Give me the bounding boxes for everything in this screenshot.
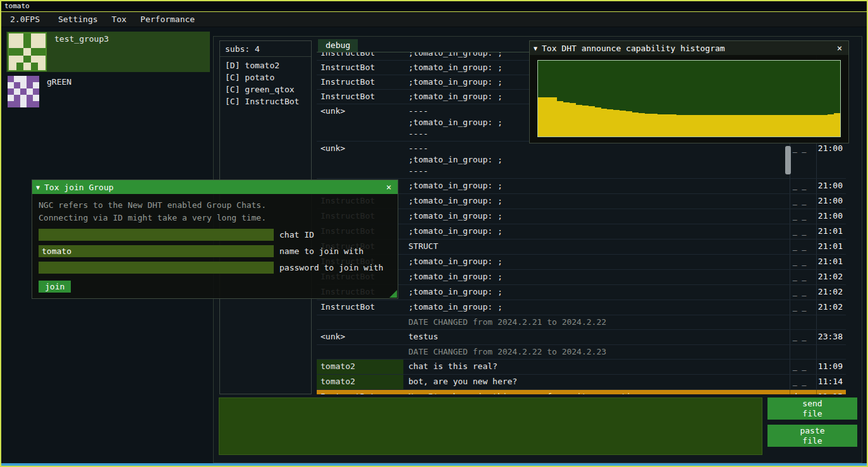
avatar-pixel <box>8 101 14 107</box>
delivery-marker: _ _ <box>790 255 816 269</box>
histogram-bar <box>708 115 714 136</box>
system-row[interactable]: DATE CHANGED from 2024.2.21 to 2024.2.22 <box>317 315 846 330</box>
avatar-pixel <box>16 63 24 70</box>
field-label-name: name to join with <box>279 246 364 256</box>
menu-item-settings[interactable]: Settings <box>51 13 105 25</box>
avatar-pixel <box>8 82 14 88</box>
system-text: DATE CHANGED from 2024.2.21 to 2024.2.22 <box>403 315 790 329</box>
subs-item-green_qtox[interactable]: [C] green_qtox <box>220 83 311 95</box>
histogram-bar <box>632 112 639 136</box>
message-time <box>816 315 846 329</box>
histogram-bar <box>777 115 783 136</box>
paste-file-button[interactable]: paste file <box>767 425 857 447</box>
message-time: 21:01 <box>816 224 846 239</box>
histogram-title: Tox DHT announce capability histogram <box>542 44 834 53</box>
subs-item-tomato2[interactable]: [D] tomato2 <box>220 59 311 71</box>
histogram-bar <box>783 115 790 136</box>
histogram-bar <box>664 114 670 136</box>
avatar-pixel <box>14 101 20 107</box>
histogram-bar <box>670 114 676 136</box>
chat-id-input[interactable] <box>39 229 274 241</box>
group-item-test_group3[interactable]: test_group3 <box>6 32 210 72</box>
collapse-icon[interactable]: ▼ <box>534 45 537 52</box>
close-icon[interactable]: × <box>384 182 394 192</box>
message-row[interactable]: tomato2chat is this real?_ _11:09 <box>317 360 846 375</box>
message-sender: InstructBot <box>317 300 403 315</box>
delivery-marker: _ _ <box>790 285 816 300</box>
histogram-bar <box>620 111 626 136</box>
avatar-pixel <box>20 76 27 82</box>
delivery-marker <box>790 315 816 329</box>
message-sender: InstructBot <box>317 52 403 60</box>
delivery-marker: _ _ <box>790 270 816 284</box>
message-text: ---- ;tomato_in_group: ; ---- <box>403 142 790 178</box>
avatar-pixel <box>23 48 31 56</box>
system-text: DATE CHANGED from 2024.2.22 to 2024.2.23 <box>403 345 790 359</box>
avatar-pixel <box>38 48 46 56</box>
avatar-pixel <box>33 82 39 88</box>
histogram-bar <box>595 107 601 136</box>
avatar-pixel <box>38 63 46 70</box>
histogram-bar <box>702 115 708 136</box>
file-buttons: send file paste file <box>767 397 857 447</box>
join-window-titlebar[interactable]: ▼ Tox join Group × <box>32 180 398 194</box>
close-icon[interactable]: × <box>834 43 845 53</box>
avatar-pixel <box>9 48 16 56</box>
collapse-icon[interactable]: ▼ <box>36 184 40 191</box>
message-row[interactable]: InstructBotNo, I've been in this group f… <box>317 390 846 394</box>
message-time: 21:01 <box>816 255 846 269</box>
message-text: ;tomato_in_group: ; <box>403 270 790 284</box>
field-label-chat-id: chat ID <box>279 230 314 240</box>
histogram-bar <box>683 115 689 136</box>
group-item-green[interactable]: gREEN <box>6 75 210 109</box>
histogram-bar <box>764 115 771 136</box>
histogram-bar <box>544 97 551 136</box>
join-window-title: Tox join Group <box>44 183 384 192</box>
histogram-window: ▼ Tox DHT announce capability histogram … <box>529 40 849 143</box>
chat-scrollbar[interactable] <box>785 146 791 174</box>
app-window: tomato 2.0FPS Settings Tox Performance t… <box>0 0 868 467</box>
message-input[interactable] <box>219 397 762 455</box>
histogram-bar <box>721 115 727 136</box>
histogram-bar <box>752 115 758 136</box>
delivery-marker: _ _ <box>790 240 816 254</box>
avatar-pixel <box>31 33 39 41</box>
histogram-bar <box>821 115 828 136</box>
join-password-input[interactable] <box>39 262 274 274</box>
avatar-pixel <box>33 101 39 107</box>
system-row[interactable]: DATE CHANGED from 2024.2.22 to 2024.2.23 <box>317 345 846 360</box>
avatar-pixel <box>20 88 27 95</box>
histogram-bar <box>582 106 589 136</box>
tab-debug[interactable]: debug <box>318 39 358 52</box>
histogram-titlebar[interactable]: ▼ Tox DHT announce capability histogram … <box>530 41 848 55</box>
avatar-pixel <box>16 33 24 41</box>
avatar-pixel <box>27 88 33 95</box>
join-name-input[interactable] <box>39 245 274 257</box>
message-time: 21:02 <box>816 270 846 284</box>
resize-grip[interactable] <box>389 290 397 298</box>
message-text: ;tomato_in_group: ; <box>403 194 790 209</box>
histogram-bar <box>676 115 683 136</box>
message-time: 11:15 <box>816 390 846 394</box>
message-sender: tomato2 <box>317 360 403 374</box>
message-row[interactable]: tomato2bot, are you new here?_ _11:14 <box>317 375 846 390</box>
delivery-marker: _ _ <box>790 375 816 389</box>
message-sender: tomato2 <box>317 375 403 389</box>
message-row[interactable]: InstructBot;tomato_in_group: ;_ _21:02 <box>317 300 846 315</box>
subs-item-instructbot[interactable]: [C] InstructBot <box>220 95 311 107</box>
delivery-marker: _ _ <box>790 209 816 224</box>
subs-item-potato[interactable]: [C] potato <box>220 71 311 83</box>
message-row[interactable]: <unk>---- ;tomato_in_group: ; ----_ _21:… <box>317 142 846 179</box>
join-button[interactable]: join <box>39 281 71 293</box>
histogram-bar <box>601 109 608 136</box>
send-file-button[interactable]: send file <box>767 397 857 420</box>
message-text: testus <box>403 330 790 344</box>
histogram-bar <box>589 106 595 136</box>
avatar-pixel <box>33 95 39 101</box>
message-row[interactable]: <unk>testus_ _23:38 <box>317 330 846 345</box>
histogram-bar <box>651 114 657 136</box>
histogram-bar <box>758 115 764 136</box>
message-text: bot, are you new here? <box>403 375 790 389</box>
menu-item-tox[interactable]: Tox <box>105 13 133 25</box>
menu-item-performance[interactable]: Performance <box>133 13 202 25</box>
